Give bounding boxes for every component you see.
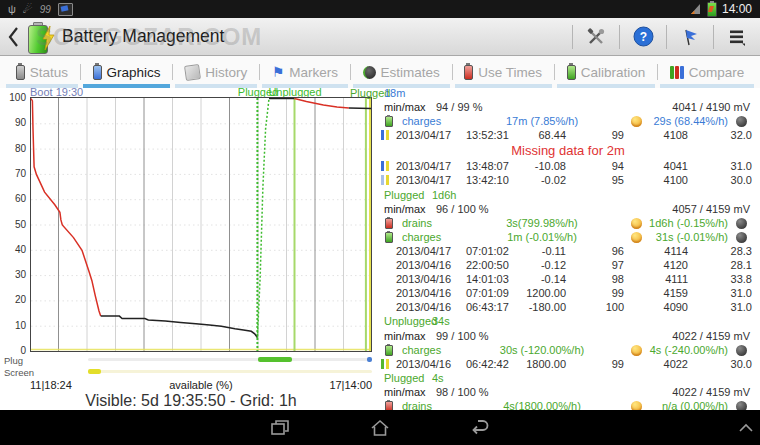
row-percent: 94 [582,159,624,173]
history-data-row[interactable]: 2013/04/1607:01:091200.0099415931.0 [376,286,760,300]
row-rate: 68.44 [502,128,566,142]
history-data-row[interactable]: 2013/04/1713:52:3168.4499410832.0 [376,128,760,142]
rate-kind-label: drains [402,216,432,230]
rate-stats-row[interactable]: charges1m (-0.01%/h)31s (-0.01%/h) [376,230,760,244]
status-bar-clock: 14:00 [722,2,752,16]
row-rate: -0.02 [502,173,566,187]
tools-button[interactable] [573,18,619,55]
row-voltage: 4120 [638,258,688,272]
toolbar-actions: ? [572,18,760,55]
y-tick-label: 20 [0,294,26,305]
screen-off-icon [736,116,747,127]
history-data-row[interactable]: 2013/04/1606:42:421800.0099402230.0 [376,357,760,371]
row-voltage: 4159 [638,286,688,300]
battery-chart-plot[interactable] [30,97,372,353]
signal-icon [689,3,702,16]
row-temperature: 32.0 [698,128,752,142]
home-button[interactable] [362,414,398,442]
markers-button[interactable] [667,18,713,55]
row-voltage: 4111 [638,272,688,286]
rate-session-value: 30s (-120.00%/h) [476,343,608,357]
row-temperature: 31.0 [698,300,752,314]
row-date: 2013/04/17 [396,128,451,142]
screen-track-label: Screen [4,367,34,378]
recents-button[interactable] [262,414,298,442]
history-data-row[interactable]: 2013/04/1622:00:50-0.1297412028.1 [376,258,760,272]
row-date: 2013/04/16 [396,357,451,371]
screenshot-icon [58,3,73,16]
help-button[interactable]: ? [620,18,666,55]
minmax-label: min/max [384,202,426,216]
row-voltage: 4022 [638,357,688,371]
compare-batteries-icon [670,66,684,79]
y-tick-label: 50 [0,219,26,230]
page-title: Battery Management [62,26,224,47]
tab-use-times[interactable]: Use Times [453,56,554,88]
row-temperature: 33.8 [698,272,752,286]
tab-status[interactable]: Status [4,56,80,88]
screen-off-icon [736,232,747,243]
tab-label: Calibration [581,65,646,80]
row-rate: -10.08 [502,159,566,173]
recents-icon [270,419,290,437]
history-data-row[interactable]: 2013/04/1707:01:02-0.1196411428.3 [376,244,760,258]
rate-stats-row[interactable]: drains3s(799.98%/h)1d6h (-0.15%/h) [376,216,760,230]
marker-flag-icon: ⚑ [272,65,285,79]
row-rate: -0.11 [502,244,566,258]
tab-graphics[interactable]: Graphics [81,56,173,88]
nav-back-button[interactable] [462,414,498,442]
row-percent: 99 [582,357,624,371]
session-state-label: Unplugged [384,314,437,328]
y-tick-label: 40 [0,244,26,255]
minmax-voltage: 4057 / 4159 mV [624,202,750,216]
session-state-label: Plugged [384,188,424,202]
history-data-row[interactable]: 2013/04/1713:42:10-0.0295410030.0 [376,173,760,187]
minmax-voltage: 4041 / 4190 mV [624,100,750,114]
battery-management-app: ψ ☄ 99 14:00 Battery Management [0,0,760,445]
overflow-menu-button[interactable] [714,18,760,55]
row-rate: -0.14 [502,272,566,286]
session-detail-list[interactable]: Plugged18mmin/max94 / 99 %4041 / 4190 mV… [376,86,760,427]
tab-markers[interactable]: ⚑Markers [260,56,350,88]
estimates-globe-icon [363,66,376,79]
tab-label: Graphics [107,65,161,80]
tab-history[interactable]: History [173,56,259,88]
x-axis-title: available (%) [169,379,233,391]
android-nav-bar [0,410,760,445]
rate-stats-row[interactable]: charges17m (7.85%/h)29s (68.44%/h) [376,114,760,128]
row-percent: 96 [582,244,624,258]
session-section-header: Plugged1d6h [376,188,760,202]
screen-on-segment [88,369,101,374]
missing-data-alert: Missing data for 2m [376,142,760,159]
row-date: 2013/04/16 [396,258,451,272]
session-duration: 34s [432,314,450,328]
history-data-row[interactable]: 2013/04/1614:01:03-0.1498411133.8 [376,272,760,286]
tab-calibration[interactable]: Calibration [555,56,657,88]
status-bar-notifications: ψ ☄ 99 [8,3,73,16]
history-data-row[interactable]: 2013/04/1713:48:07-10.0894404131.0 [376,159,760,173]
collapse-nav-button[interactable] [738,410,754,445]
history-data-row[interactable]: 2013/04/1606:43:17-180.00100409031.0 [376,300,760,314]
row-voltage: 4108 [638,128,688,142]
session-section-header: Plugged18m [376,86,760,100]
minmax-percent: 98 / 100 % [436,385,489,399]
rate-kind-label: charges [402,230,441,244]
y-tick-label: 80 [0,143,26,154]
title-bar: Battery Management SOFTGOZAR.COM ? [0,18,760,56]
overflow-menu-icon [728,28,746,46]
rate-screen-off-value: 31s (-0.01%/h) [616,230,728,244]
row-voltage: 4090 [638,300,688,314]
charges-battery-icon [385,116,393,127]
minmax-percent: 94 / 99 % [436,100,482,114]
screen-track [88,370,372,373]
tab-estimates[interactable]: Estimates [351,56,452,88]
minmax-row: min/max94 / 99 %4041 / 4190 mV [376,100,760,114]
rate-session-value: 1m (-0.01%/h) [476,230,608,244]
back-button[interactable] [0,18,26,55]
rate-stats-row[interactable]: charges30s (-120.00%/h)4s (-240.00%/h) [376,343,760,357]
tab-bar: StatusGraphicsHistory⚑MarkersEstimatesUs… [0,56,760,88]
tab-label: Compare [689,65,745,80]
rate-screen-off-value: 1d6h (-0.15%/h) [616,216,728,230]
usb-icon: ψ [8,4,16,15]
tab-compare[interactable]: Compare [658,56,756,88]
